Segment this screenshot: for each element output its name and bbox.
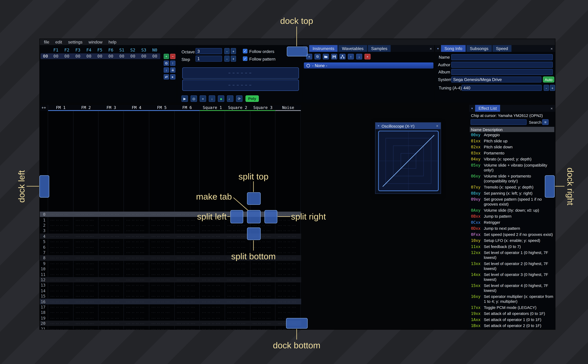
- pattern-cell[interactable]: ··· ·· ·· ···: [47, 245, 72, 249]
- pattern-cell[interactable]: ··· ·· ·· ···: [198, 278, 224, 281]
- pattern-cell[interactable]: ··· ·· ·· ···: [72, 278, 98, 281]
- pattern-cell[interactable]: ··· ·· ·· ···: [173, 283, 199, 287]
- pattern-cell[interactable]: ··· ·· ·· ···: [198, 256, 224, 260]
- channel-header-noise[interactable]: Noise: [276, 105, 301, 111]
- follow-pattern-checkbox[interactable]: ✓: [243, 56, 247, 61]
- pattern-cell[interactable]: ··· ·· ·· ···: [148, 218, 173, 222]
- pattern-cell[interactable]: ··· ·· ·· ···: [72, 240, 98, 243]
- pattern-cell[interactable]: ··· ·· ·· ···: [148, 245, 173, 249]
- pattern-cell[interactable]: ··· ·· ·· ···: [249, 289, 274, 292]
- pattern-cell[interactable]: ··· ·· ·· ···: [98, 294, 123, 298]
- delete-instrument-button[interactable]: ×: [364, 54, 370, 59]
- order-cell[interactable]: 00: [127, 53, 138, 59]
- pattern-cell[interactable]: ··· ·· ·· ···: [198, 305, 224, 309]
- pattern-cell[interactable]: ··· ·· ·· ···: [224, 283, 249, 287]
- pattern-cell[interactable]: ··· ·· ·· ···: [47, 305, 72, 309]
- system-field[interactable]: [451, 77, 542, 83]
- pattern-cell[interactable]: ··· ·· ·· ···: [98, 218, 123, 222]
- pattern-cell[interactable]: ··· ·· ·· ···: [148, 213, 173, 216]
- pattern-cell[interactable]: ··· ·· ·· ···: [72, 283, 98, 287]
- pattern-cell[interactable]: ··· ·· ·· ···: [198, 223, 224, 227]
- pattern-cell[interactable]: ··· ·· ·· ···: [98, 251, 123, 254]
- play-pattern-button[interactable]: ◎: [191, 95, 197, 102]
- pattern-cell[interactable]: ··· ·· ·· ···: [173, 229, 199, 233]
- pattern-cell[interactable]: ··· ·· ·· ···: [224, 278, 249, 281]
- effect-row[interactable]: 0BxxJump to pattern: [470, 213, 554, 219]
- effect-row[interactable]: 11xxSet feedback (0 to 7): [470, 243, 554, 250]
- tuning-field[interactable]: [462, 85, 542, 91]
- tuning-increase-button[interactable]: +: [550, 85, 555, 91]
- pattern-cell[interactable]: ··· ·· ·· ···: [148, 278, 173, 281]
- pattern-cell[interactable]: ··· ·· ·· ···: [148, 305, 173, 309]
- metronome-button[interactable]: ♩: [227, 95, 233, 102]
- menu-item-settings[interactable]: settings: [65, 39, 86, 45]
- pattern-cell[interactable]: ··· ·· ·· ···: [224, 289, 249, 292]
- pattern-cell[interactable]: ··· ·· ·· ···: [123, 311, 148, 314]
- pattern-cell[interactable]: ··· ·· ·· ···: [224, 300, 249, 303]
- step-increase-button[interactable]: +: [231, 56, 236, 62]
- pattern-cell[interactable]: ··· ·· ·· ···: [173, 240, 199, 243]
- pattern-cell[interactable]: ··· ·· ·· ···: [198, 327, 224, 329]
- pattern-cell[interactable]: ··· ·· ·· ···: [173, 300, 199, 303]
- effect-row[interactable]: 0DxxJump to next pattern: [470, 225, 554, 231]
- pattern-cell[interactable]: ··· ·· ·· ···: [173, 311, 199, 314]
- pattern-cell[interactable]: ··· ·· ·· ···: [198, 229, 224, 233]
- collapse-icon[interactable]: ▼: [469, 105, 475, 112]
- channel-header-fm-1[interactable]: FM 1: [48, 105, 73, 111]
- pattern-cell[interactable]: ··· ·· ·· ···: [274, 240, 300, 243]
- duplicate-order-end-button[interactable]: ⇊: [170, 67, 176, 73]
- pattern-cell[interactable]: ··· ·· ·· ···: [173, 245, 199, 249]
- pattern-cell[interactable]: ··· ·· ·· ···: [249, 305, 274, 309]
- pattern-cell[interactable]: ··· ·· ·· ···: [173, 223, 199, 227]
- pattern-cell[interactable]: ··· ·· ·· ···: [224, 240, 249, 243]
- pattern-cell[interactable]: ··· ·· ·· ···: [173, 305, 199, 309]
- auto-system-button[interactable]: Auto: [543, 77, 554, 83]
- pattern-cell[interactable]: ··· ·· ·· ···: [98, 321, 123, 325]
- order-cell[interactable]: 00: [94, 53, 106, 59]
- pattern-cell[interactable]: ··· ·· ·· ···: [274, 229, 300, 233]
- effect-row[interactable]: 01xxPitch slide up: [470, 138, 554, 144]
- pattern-cell[interactable]: ··· ·· ·· ···: [148, 261, 173, 265]
- order-cell[interactable]: 00: [61, 53, 73, 59]
- pattern-cell[interactable]: ··· ·· ·· ···: [72, 294, 98, 298]
- pattern-cell[interactable]: ··· ·· ·· ···: [72, 251, 98, 254]
- pattern-cell[interactable]: ··· ·· ·· ···: [123, 234, 148, 238]
- pattern-cell[interactable]: ··· ·· ·· ···: [98, 229, 123, 233]
- pattern-cell[interactable]: ··· ·· ·· ···: [249, 316, 274, 320]
- channel-header-fm-6[interactable]: FM 6: [174, 105, 200, 111]
- pattern-cell[interactable]: ··· ·· ·· ···: [173, 251, 199, 254]
- pattern-cell[interactable]: ··· ·· ·· ···: [72, 272, 98, 276]
- pattern-cell[interactable]: ··· ·· ·· ···: [198, 321, 224, 325]
- pattern-cell[interactable]: ··· ·· ·· ···: [148, 289, 173, 292]
- pattern-cell[interactable]: ··· ·· ·· ···: [173, 278, 199, 281]
- pattern-cell[interactable]: ··· ·· ·· ···: [274, 223, 300, 227]
- pattern-cell[interactable]: ··· ·· ·· ···: [98, 311, 123, 314]
- author-field[interactable]: [451, 62, 553, 68]
- effect-row[interactable]: 10xySetup LFO (x: enable; y: speed): [470, 237, 554, 243]
- close-icon[interactable]: ×: [434, 124, 441, 128]
- pattern-cell[interactable]: ··· ·· ·· ···: [198, 294, 224, 298]
- pattern-cell[interactable]: ··· ·· ·· ···: [98, 327, 123, 329]
- pattern-cell[interactable]: ··· ·· ·· ···: [249, 261, 274, 265]
- pattern-cell[interactable]: ··· ·· ·· ···: [148, 267, 173, 271]
- pattern-cell[interactable]: ··· ·· ·· ···: [72, 311, 98, 314]
- oscilloscope-titlebar[interactable]: ▼ Oscilloscope (X-Y) ×: [376, 123, 441, 129]
- pattern-cell[interactable]: ··· ·· ·· ···: [98, 240, 123, 243]
- effect-list-tab[interactable]: Effect List: [475, 105, 500, 112]
- pattern-cell[interactable]: ··· ·· ·· ···: [198, 245, 224, 249]
- pattern-cell[interactable]: ··· ·· ·· ···: [72, 256, 98, 260]
- pattern-cell[interactable]: ··· ·· ·· ···: [148, 316, 173, 320]
- channel-header-fm-3[interactable]: FM 3: [99, 105, 124, 111]
- effect-row[interactable]: 16xySet operator multiplier (x: operator…: [470, 293, 554, 304]
- song-info-tab-speed[interactable]: Speed: [493, 45, 511, 52]
- expand-pattern-button[interactable]: ++: [40, 105, 48, 111]
- effect-row[interactable]: 0AxyVolume slide (0y: down; x0: up): [470, 207, 554, 213]
- pattern-cell[interactable]: ··· ·· ·· ···: [274, 294, 300, 298]
- pattern-cell[interactable]: ··· ·· ·· ···: [148, 240, 173, 243]
- octave-increase-button[interactable]: +: [231, 48, 236, 54]
- pattern-cell[interactable]: ··· ·· ·· ···: [148, 272, 173, 276]
- pattern-cell[interactable]: ··· ·· ·· ···: [72, 289, 98, 292]
- pattern-cell[interactable]: ··· ·· ·· ···: [173, 327, 199, 329]
- pattern-cell[interactable]: ··· ·· ·· ···: [72, 245, 98, 249]
- pattern-cell[interactable]: ··· ·· ·· ···: [47, 240, 72, 243]
